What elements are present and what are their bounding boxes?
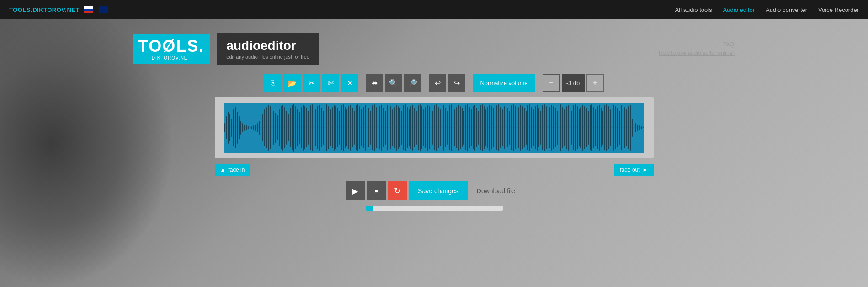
- fade-in-button[interactable]: ▲ fade in: [215, 164, 250, 176]
- topbar-nav: All audio tools Audio editor Audio conve…: [675, 6, 859, 13]
- minus-icon: −: [548, 78, 554, 88]
- fade-controls: ▲ fade in fade out ►: [215, 164, 654, 176]
- progress-bar-fill: [366, 206, 373, 211]
- fade-out-icon: ►: [643, 167, 648, 173]
- zoom-in-icon: 🔍: [389, 79, 398, 87]
- undo-button[interactable]: ↩: [429, 74, 446, 92]
- site-name: TOOLS.DIKTOROV.NET: [9, 6, 80, 13]
- download-file-button[interactable]: Download file: [469, 181, 522, 200]
- undo-icon: ↩: [435, 79, 441, 87]
- nav-audio-editor[interactable]: Audio editor: [723, 6, 755, 13]
- delete-button[interactable]: ✕: [341, 74, 358, 92]
- volume-plus-button[interactable]: +: [586, 74, 604, 92]
- zoom-out-button[interactable]: 🔎: [404, 74, 421, 92]
- play-button[interactable]: ▶: [346, 181, 365, 200]
- zoom-in-button[interactable]: 🔍: [385, 74, 402, 92]
- stop-icon: ■: [374, 188, 378, 194]
- faq-label: FAQ:: [723, 41, 735, 48]
- logo-tools-text: TOØLS.: [138, 38, 204, 54]
- faq-link[interactable]: How to use audio editor online?: [659, 50, 735, 56]
- topbar-left: TOOLS.DIKTOROV.NET: [9, 6, 109, 13]
- flag-english-icon[interactable]: [99, 6, 108, 13]
- reload-icon: ↻: [394, 186, 401, 196]
- faq-area: FAQ: How to use audio editor online?: [659, 40, 735, 58]
- cut-button[interactable]: ✂: [303, 74, 320, 92]
- header-section: TOØLS. DIKTOROV.NET audioeditor edit any…: [0, 28, 868, 70]
- plus-icon: +: [592, 78, 597, 88]
- fade-out-button[interactable]: fade out ►: [614, 164, 653, 176]
- topbar: TOOLS.DIKTOROV.NET All audio tools Audio…: [0, 0, 868, 19]
- banner-title: audioeditor: [226, 38, 309, 53]
- redo-icon: ↪: [454, 79, 460, 87]
- playback-controls: ▶ ■ ↻ Save changes Download file: [346, 181, 522, 200]
- nav-audio-converter[interactable]: Audio converter: [766, 6, 807, 13]
- volume-db-display: -3 db: [562, 74, 585, 92]
- open-icon: 📂: [288, 79, 297, 87]
- copy-button[interactable]: ⎘: [264, 74, 282, 92]
- logo-domain-text: DIKTOROV.NET: [152, 55, 191, 60]
- main-content: TOØLS. DIKTOROV.NET audioeditor edit any…: [0, 19, 868, 224]
- save-changes-button[interactable]: Save changes: [409, 181, 468, 200]
- stop-button[interactable]: ■: [367, 181, 386, 200]
- normalize-volume-button[interactable]: Normalize volume: [473, 74, 535, 92]
- waveform-svg: [224, 103, 644, 153]
- waveform-container: [215, 97, 654, 158]
- trim-icon: ✄: [328, 79, 334, 87]
- logo-box: TOØLS. DIKTOROV.NET: [133, 34, 210, 64]
- progress-bar-container: [366, 206, 503, 211]
- audio-editor-banner: audioeditor edit any audio files online …: [217, 33, 319, 65]
- copy-icon: ⎘: [271, 79, 275, 87]
- delete-icon: ✕: [347, 79, 353, 87]
- banner-subtitle: edit any audio files online just for fre…: [226, 54, 309, 60]
- toolbar: ⎘ 📂 ✂ ✄ ✕ ⬌ 🔍 🔎: [264, 74, 603, 92]
- play-icon: ▶: [352, 187, 358, 195]
- flag-russian-icon[interactable]: [84, 6, 93, 13]
- waveform-display[interactable]: [224, 103, 644, 153]
- nav-all-audio-tools[interactable]: All audio tools: [675, 6, 712, 13]
- redo-button[interactable]: ↪: [448, 74, 465, 92]
- logo-area: TOØLS. DIKTOROV.NET audioeditor edit any…: [133, 33, 319, 65]
- editor-section: ⎘ 📂 ✂ ✄ ✕ ⬌ 🔍 🔎: [0, 70, 868, 215]
- fade-in-icon: ▲: [220, 167, 226, 173]
- fit-icon: ⬌: [372, 79, 378, 87]
- zoom-out-icon: 🔎: [408, 79, 417, 87]
- fit-button[interactable]: ⬌: [366, 74, 383, 92]
- volume-minus-button[interactable]: −: [543, 74, 560, 92]
- open-button[interactable]: 📂: [283, 74, 301, 92]
- trim-button[interactable]: ✄: [322, 74, 339, 92]
- reload-button[interactable]: ↻: [388, 181, 407, 200]
- scissors-icon: ✂: [309, 79, 314, 87]
- nav-voice-recorder[interactable]: Voice Recorder: [818, 6, 859, 13]
